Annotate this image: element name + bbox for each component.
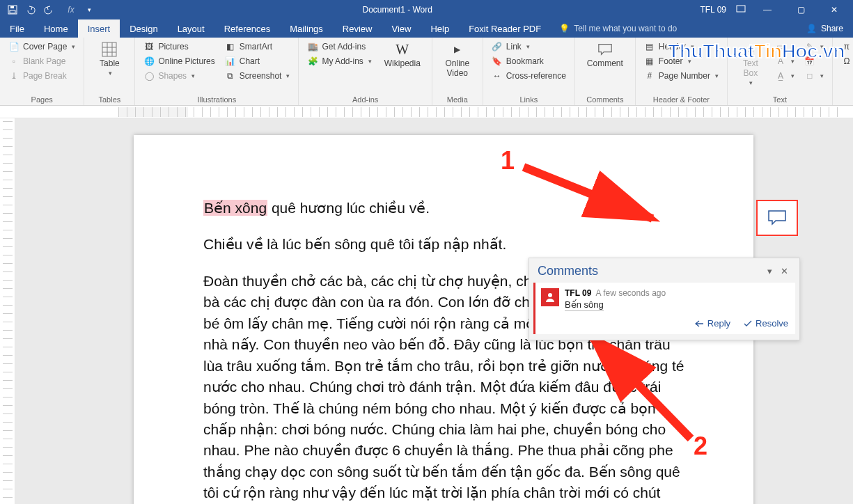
fx-icon: fx [65,4,77,15]
redo-icon[interactable] [43,4,54,15]
avatar [541,288,559,306]
undo-icon[interactable] [25,4,36,15]
ruler-horizontal[interactable] [0,106,853,118]
svg-rect-2 [10,6,14,8]
page-break-label: Page Break [23,71,67,81]
reply-label: Reply [707,318,730,329]
comments-pane: Comments ▾ ✕ TFL 09A few seconds ago Bến… [529,258,800,340]
tab-design[interactable]: Design [120,19,167,38]
smartart-icon: ◧ [225,41,236,52]
comment-icon [597,42,613,57]
wikipedia-button[interactable]: W Wikipedia [380,40,425,70]
shapes-label: Shapes [158,71,187,81]
maximize-button[interactable]: ▢ [789,5,813,15]
share-button[interactable]: 👤 Share [797,19,853,38]
blank-page-button[interactable]: ▫Blank Page [7,55,77,68]
chart-button[interactable]: 📊Chart [224,55,292,68]
bookmark-label: Bookmark [506,56,544,66]
screenshot-icon: ⧉ [225,70,236,81]
ribbon-display-icon[interactable] [736,5,746,15]
bookmark-button[interactable]: 🔖Bookmark [490,55,568,68]
wikipedia-label: Wikipedia [384,58,421,68]
speech-bubble-icon [767,209,788,227]
table-button[interactable]: Table▾ [91,40,127,78]
tab-mailings[interactable]: Mailings [280,19,333,38]
title-right: TFL 09 — ▢ ✕ [700,5,853,15]
ruler-vertical[interactable] [0,118,15,504]
page-number-button[interactable]: #Page Number▾ [643,70,720,82]
wikipedia-icon: W [395,42,410,57]
group-pages-label: Pages [7,94,77,104]
smartart-label: SmartArt [240,42,272,52]
comment-text[interactable]: Bến sông [565,299,604,311]
page-number-label: Page Number [659,71,710,81]
doc-line-2[interactable]: Chiều về là lúc bến sông quê tôi tấp nập… [203,234,691,255]
tab-home[interactable]: Home [34,19,78,38]
chart-label: Chart [240,56,260,66]
comment-indicator[interactable] [756,200,798,236]
screenshot-label: Screenshot [240,71,282,81]
link-button[interactable]: 🔗Link▾ [490,40,568,53]
online-pictures-icon: 🌐 [143,56,155,67]
online-video-button[interactable]: ▶ Online Video [439,40,476,79]
qat-more-icon[interactable]: ▾ [84,4,95,15]
tab-file[interactable]: File [0,19,34,38]
comment-button[interactable]: Comment [582,40,628,70]
tab-help[interactable]: Help [421,19,459,38]
resolve-button[interactable]: Resolve [743,318,788,329]
tab-review[interactable]: Review [333,19,382,38]
group-illustrations: 🖼Pictures 🌐Online Pictures ◯Shapes▾ ◧Sma… [135,38,299,105]
document-body[interactable]: Bến xông quê hương lúc chiều về. Chiều v… [203,198,691,504]
ribbon-tabs: File Home Insert Design Layout Reference… [0,19,853,38]
drop-cap-button[interactable]: A̲▾ [774,70,796,82]
workspace: Bến xông quê hương lúc chiều về. Chiều v… [0,118,853,504]
smartart-button[interactable]: ◧SmartArt [224,40,292,53]
title-bar: fx ▾ Document1 - Word TFL 09 — ▢ ✕ [0,0,853,19]
page-break-icon: ⤓ [8,70,19,81]
group-media: ▶ Online Video Media [432,38,483,105]
tell-me[interactable]: 💡 Tell me what you want to do [551,19,685,38]
tab-references[interactable]: References [214,19,280,38]
tab-insert[interactable]: Insert [78,19,120,38]
watermark-c: Hoc [782,40,817,62]
minimize-button[interactable]: — [756,5,779,15]
reply-button[interactable]: Reply [695,318,730,329]
lightbulb-icon: 💡 [559,24,570,33]
pictures-label: Pictures [158,42,188,52]
online-pictures-button[interactable]: 🌐Online Pictures [142,55,216,68]
comment-time: A few seconds ago [595,288,666,298]
group-illustrations-label: Illustrations [142,94,291,104]
cover-page-label: Cover Page [23,42,67,52]
page-number-icon: # [644,70,655,81]
screenshot-button[interactable]: ⧉Screenshot▾ [224,70,292,82]
cover-page-button[interactable]: 📄Cover Page▾ [7,40,77,53]
close-button[interactable]: ✕ [822,5,846,15]
blank-page-icon: ▫ [8,56,19,67]
tab-layout[interactable]: Layout [168,19,214,38]
tab-foxit[interactable]: Foxit Reader PDF [459,19,551,38]
group-tables-label: Tables [91,94,127,104]
get-addins-button[interactable]: 🏬Get Add-ins [306,40,373,53]
comments-pane-close-icon[interactable]: ✕ [776,266,792,276]
my-addins-button[interactable]: 🧩My Add-ins▾ [306,55,373,68]
user-name[interactable]: TFL 09 [700,5,726,15]
svg-rect-4 [102,42,116,56]
cross-reference-button[interactable]: ↔Cross-reference [490,70,568,82]
comment-card[interactable]: TFL 09A few seconds ago Bến sông Reply R… [533,283,795,334]
watermark-d: .vn [817,40,845,62]
tab-view[interactable]: View [382,19,421,38]
highlighted-text[interactable]: Bến xông [203,200,267,216]
object-button[interactable]: □▾ [803,70,825,82]
page-break-button[interactable]: ⤓Page Break [7,70,77,82]
header-icon: ▤ [644,41,655,52]
comments-pane-options-icon[interactable]: ▾ [763,266,776,276]
save-icon[interactable] [7,4,18,15]
shapes-button[interactable]: ◯Shapes▾ [142,70,216,82]
page-scroll[interactable]: Bến xông quê hương lúc chiều về. Chiều v… [15,118,853,504]
group-pages: 📄Cover Page▾ ▫Blank Page ⤓Page Break Pag… [0,38,84,105]
share-label: Share [821,24,843,33]
group-links: 🔗Link▾ 🔖Bookmark ↔Cross-reference Links [483,38,575,105]
pictures-button[interactable]: 🖼Pictures [142,40,216,53]
doc-line-1[interactable]: Bến xông quê hương lúc chiều về. [203,198,691,219]
svg-point-11 [548,293,552,297]
